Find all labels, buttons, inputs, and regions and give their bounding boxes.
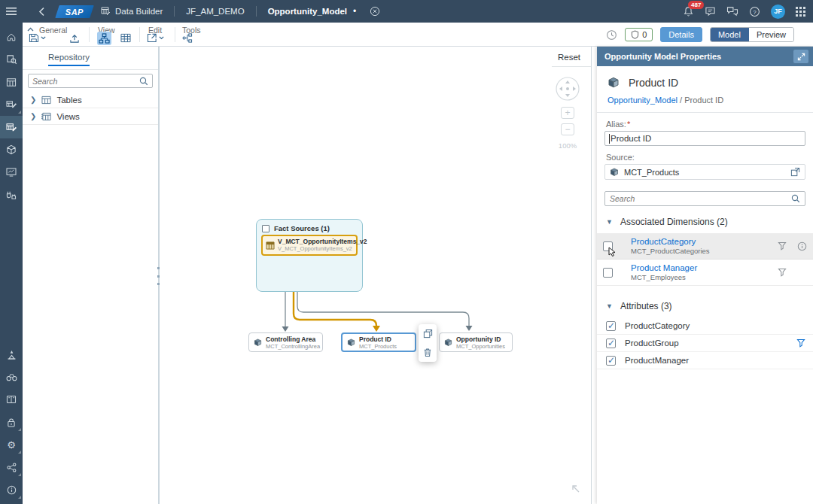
validation-count: 0 xyxy=(642,30,647,39)
data-access-binoculars-icon[interactable] xyxy=(0,366,23,388)
chevron-right-icon[interactable]: ❯ xyxy=(30,112,36,120)
zoom-in-button[interactable]: + xyxy=(561,107,574,119)
menu-icon[interactable] xyxy=(0,0,23,23)
tree-item-views[interactable]: ❯ Views xyxy=(23,108,158,125)
help-icon[interactable]: ? xyxy=(749,6,760,17)
discussions-icon[interactable] xyxy=(726,6,738,17)
attributes-section-header[interactable]: ▼ Attributes (3) xyxy=(597,286,813,317)
about-info-icon[interactable] xyxy=(0,478,23,501)
delete-node-icon[interactable] xyxy=(423,348,432,357)
dimension-checkbox[interactable] xyxy=(603,241,613,251)
dimension-link[interactable]: Product Manager xyxy=(631,263,697,272)
data-builder-nav-icon[interactable] xyxy=(0,116,23,138)
view-table-icon xyxy=(266,241,275,250)
packages-icon[interactable] xyxy=(0,138,23,161)
search-icon xyxy=(139,77,148,86)
model-toggle-button[interactable]: Model xyxy=(711,28,749,41)
business-builder-icon[interactable] xyxy=(0,93,23,116)
diagram-view-button[interactable] xyxy=(97,32,111,45)
data-marketplace-icon[interactable] xyxy=(0,161,23,184)
alias-input[interactable]: Product ID xyxy=(604,131,805,146)
divider xyxy=(175,27,175,42)
associated-dimensions-section-header[interactable]: ▼ Associated Dimensions (2) xyxy=(597,206,813,233)
filter-icon[interactable] xyxy=(778,241,787,250)
feedback-icon[interactable] xyxy=(705,6,716,17)
app-name[interactable]: Data Builder xyxy=(115,7,163,16)
table-view-button[interactable] xyxy=(120,33,131,43)
connections-icon[interactable] xyxy=(0,184,23,206)
associated-dimension-row[interactable]: Product Manager MCT_Employees xyxy=(597,260,813,286)
configuration-gear-icon[interactable]: ⚙ xyxy=(0,433,23,456)
attribute-checkbox[interactable] xyxy=(606,356,616,366)
collapse-toolbar-icon[interactable] xyxy=(27,27,34,32)
fact-node-opportunityitems[interactable]: V_MCT_OpportunityItems_v2 V_MCT_Opportun… xyxy=(261,235,358,256)
save-button[interactable] xyxy=(29,33,46,43)
security-lock-icon[interactable] xyxy=(0,411,23,433)
open-source-icon[interactable] xyxy=(790,167,800,177)
attribute-name: ProductManager xyxy=(625,356,689,365)
info-icon[interactable] xyxy=(797,241,807,251)
dimension-cube-icon xyxy=(254,339,262,347)
repository-search-input[interactable] xyxy=(32,77,139,86)
space-name[interactable]: JF_AM_DEMO xyxy=(186,7,244,16)
deploy-button[interactable] xyxy=(69,33,80,44)
dimension-node-controlling-area[interactable]: Controlling Area MCT_ControllingArea xyxy=(248,332,323,352)
validation-messages-badge[interactable]: 0 xyxy=(625,28,653,41)
close-tab-icon[interactable] xyxy=(370,6,380,17)
dimension-search-input[interactable] xyxy=(610,194,791,203)
attribute-row: ProductGroup xyxy=(597,335,813,352)
semantic-onboarding-icon[interactable] xyxy=(0,71,23,93)
zoom-out-button[interactable]: − xyxy=(561,123,574,135)
canvas-resize-arrow-icon[interactable] xyxy=(571,484,580,493)
attribute-checkbox[interactable] xyxy=(606,321,616,331)
data-integration-monitor-icon[interactable] xyxy=(0,343,23,366)
breadcrumb-current: Product ID xyxy=(684,96,723,105)
app-launcher-grid-icon[interactable] xyxy=(796,7,805,17)
filter-icon[interactable] xyxy=(778,268,787,277)
fact-sources-checkbox[interactable] xyxy=(262,225,269,232)
dimension-checkbox[interactable] xyxy=(603,268,613,278)
details-button[interactable]: Details xyxy=(660,27,702,42)
export-button[interactable] xyxy=(147,33,164,43)
attribute-name: ProductGroup xyxy=(625,339,679,348)
history-clock-icon[interactable] xyxy=(606,29,617,41)
model-canvas[interactable]: Fact Sources (1) V_MCT_OpportunityItems_… xyxy=(160,47,592,504)
notifications-bell-icon[interactable]: 487 xyxy=(683,6,694,17)
divider xyxy=(174,6,175,17)
attribute-checkbox[interactable] xyxy=(606,339,616,348)
breadcrumb-parent-link[interactable]: Opportunity_Model xyxy=(607,96,678,105)
expand-panel-icon[interactable] xyxy=(793,50,808,63)
dimension-cube-icon xyxy=(610,168,619,177)
impact-analysis-button[interactable] xyxy=(182,33,193,43)
selected-object-title: Product ID xyxy=(629,77,678,89)
filter-icon[interactable] xyxy=(796,339,805,348)
dimension-link[interactable]: ProductCategory xyxy=(631,237,710,246)
model-title: Opportunity_Model xyxy=(268,7,347,16)
source-label: Source: xyxy=(597,146,813,164)
dimension-node-product-id[interactable]: Product ID MCT_Products xyxy=(341,332,416,352)
fact-node-title: V_MCT_OpportunityItems_v2 xyxy=(278,238,367,245)
dimension-node-opportunity-id[interactable]: Opportunity ID MCT_Opportunities xyxy=(439,332,513,352)
pan-control[interactable] xyxy=(554,75,581,102)
tree-item-tables[interactable]: ❯ Tables xyxy=(23,92,158,108)
view-icon xyxy=(41,112,51,121)
editor-toolbar: General View Edit Tools 0 Details Model … xyxy=(23,23,813,47)
repository-explorer-icon[interactable] xyxy=(0,48,23,71)
home-icon[interactable] xyxy=(0,26,23,48)
reset-layout-button[interactable]: Reset xyxy=(558,53,580,62)
copy-node-icon[interactable] xyxy=(423,329,433,339)
business-catalog-icon[interactable] xyxy=(0,388,23,411)
node-subtitle: MCT_Opportunities xyxy=(456,343,505,350)
tab-repository[interactable]: Repository xyxy=(48,53,90,66)
back-icon[interactable] xyxy=(32,0,51,23)
preview-toggle-button[interactable]: Preview xyxy=(749,28,793,41)
user-avatar[interactable]: JF xyxy=(771,5,785,19)
chevron-right-icon[interactable]: ❯ xyxy=(30,96,36,104)
node-context-toolbar xyxy=(419,324,437,362)
alias-label: Alias:* xyxy=(597,113,813,131)
transport-share-icon[interactable] xyxy=(0,456,23,478)
chevron-down-icon: ▼ xyxy=(606,218,613,226)
fact-sources-group[interactable]: Fact Sources (1) V_MCT_OpportunityItems_… xyxy=(256,219,363,292)
associated-dimension-row[interactable]: ProductCategory MCT_ProductCategories xyxy=(597,233,813,260)
dimension-cube-icon xyxy=(347,339,355,347)
